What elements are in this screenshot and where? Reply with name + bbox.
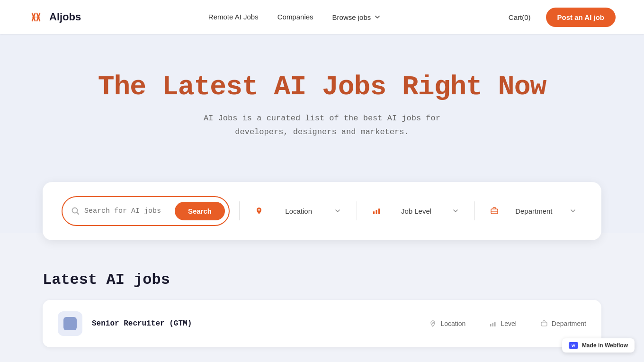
location-label: Location	[268, 207, 329, 215]
browse-jobs-dropdown[interactable]: Browse jobs	[332, 13, 382, 21]
hero-section: The Latest AI Jobs Right Now AI Jobs is …	[0, 34, 644, 233]
svg-rect-10	[494, 322, 496, 326]
logo-link[interactable]: Aljobs	[28, 9, 81, 26]
search-container: Search Location Job Level	[43, 182, 601, 240]
hero-subtitle: AI Jobs is a curated list of the best AI…	[199, 112, 445, 139]
divider-1	[239, 201, 240, 220]
location-pin-icon	[255, 207, 263, 215]
latest-jobs-section: Latest AI jobs Senior Recruiter (GTM) Lo…	[0, 233, 644, 362]
job-location-icon	[429, 320, 437, 327]
job-level-label: Job Level	[385, 207, 447, 215]
cart-link[interactable]: Cart(0)	[509, 13, 531, 21]
browse-chevron-icon	[374, 13, 381, 21]
company-logo	[58, 311, 82, 336]
svg-point-1	[72, 208, 78, 213]
location-dropdown[interactable]: Location	[249, 203, 347, 219]
job-card-right: Location Level Department	[429, 320, 586, 327]
search-input[interactable]	[84, 207, 170, 215]
job-level-label: Level	[501, 320, 516, 327]
divider-3	[474, 201, 475, 220]
svg-point-7	[432, 322, 434, 324]
job-department-meta-icon	[540, 320, 548, 327]
job-location-meta: Location	[429, 320, 465, 327]
svg-rect-9	[492, 323, 494, 327]
job-department-label: Department	[552, 320, 586, 327]
companies-link[interactable]: Companies	[277, 13, 313, 21]
nav-links: Remote AI Jobs Companies Browse jobs	[208, 13, 381, 21]
company-logo-inner	[63, 317, 77, 330]
webflow-badge-label: Made in Webflow	[582, 342, 628, 349]
job-title: Senior Recruiter (GTM)	[92, 319, 192, 328]
post-job-button[interactable]: Post an AI job	[546, 8, 616, 27]
department-icon	[490, 207, 499, 215]
job-card-left: Senior Recruiter (GTM)	[58, 311, 192, 336]
latest-jobs-title: Latest AI jobs	[43, 271, 601, 289]
divider-2	[357, 201, 357, 220]
nav-right: Cart(0) Post an AI job	[509, 8, 616, 27]
job-card[interactable]: Senior Recruiter (GTM) Location Level	[43, 300, 601, 347]
department-label: Department	[503, 207, 564, 215]
logo-text: Aljobs	[49, 11, 81, 23]
job-level-meta-icon	[489, 320, 497, 327]
svg-rect-5	[378, 208, 380, 214]
svg-rect-3	[373, 211, 375, 214]
search-input-wrapper: Search	[62, 196, 230, 226]
svg-rect-8	[490, 324, 492, 326]
hero-title: The Latest AI Jobs Right Now	[28, 72, 616, 102]
department-chevron-icon	[569, 207, 577, 215]
logo-icon	[28, 9, 45, 26]
search-button[interactable]: Search	[175, 202, 225, 220]
svg-point-2	[258, 209, 260, 211]
webflow-badge: W Made in Webflow	[562, 338, 635, 353]
webflow-logo-icon: W	[569, 342, 578, 349]
job-level-meta: Level	[489, 320, 516, 327]
remote-ai-jobs-link[interactable]: Remote AI Jobs	[208, 13, 259, 21]
joblevel-chevron-icon	[452, 207, 459, 215]
svg-rect-11	[541, 322, 547, 326]
job-department-meta: Department	[540, 320, 586, 327]
svg-rect-4	[376, 210, 377, 214]
location-chevron-icon	[334, 207, 341, 215]
department-dropdown[interactable]: Department	[484, 203, 582, 219]
navbar: Aljobs Remote AI Jobs Companies Browse j…	[0, 0, 644, 34]
job-location-label: Location	[440, 320, 465, 327]
job-level-dropdown[interactable]: Job Level	[367, 203, 465, 219]
job-level-icon	[372, 207, 381, 215]
search-icon	[71, 207, 80, 215]
